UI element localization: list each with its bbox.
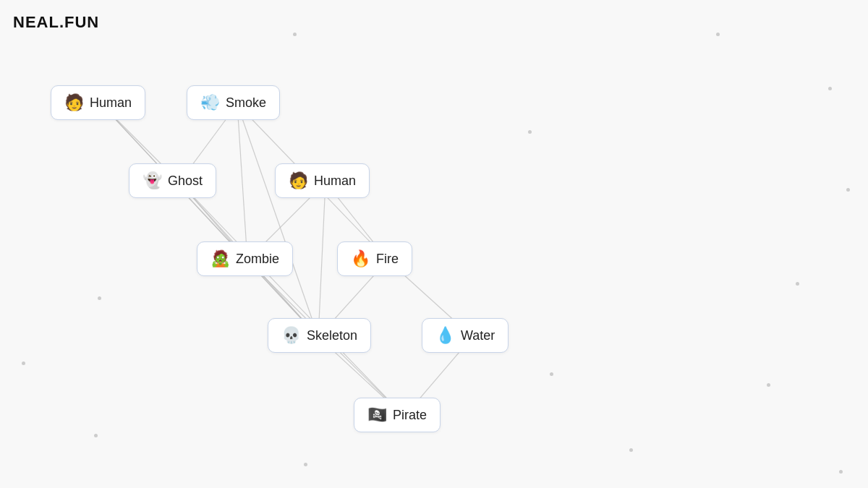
decorative-dot	[839, 470, 843, 474]
decorative-dot	[828, 87, 832, 90]
emoji-skeleton: 💀	[281, 326, 301, 345]
card-zombie[interactable]: 🧟Zombie	[197, 241, 293, 276]
emoji-zombie: 🧟	[210, 249, 230, 268]
decorative-dot	[304, 463, 307, 466]
emoji-human1: 🧑	[64, 93, 84, 112]
label-zombie: Zombie	[236, 252, 279, 267]
label-skeleton: Skeleton	[307, 328, 357, 343]
svg-line-11	[318, 182, 326, 337]
card-smoke[interactable]: 💨Smoke	[187, 85, 280, 120]
label-ghost: Ghost	[168, 174, 203, 189]
card-human2[interactable]: 🧑Human	[275, 163, 370, 198]
svg-line-5	[237, 104, 318, 337]
decorative-dot	[550, 372, 553, 376]
decorative-dot	[716, 33, 720, 36]
card-fire[interactable]: 🔥Fire	[337, 241, 412, 276]
emoji-pirate: 🏴‍☠️	[367, 406, 387, 424]
decorative-dot	[796, 282, 799, 286]
decorative-dot	[94, 434, 98, 437]
emoji-water: 💧	[435, 326, 455, 345]
decorative-dot	[846, 188, 850, 192]
emoji-smoke: 💨	[200, 93, 220, 112]
decorative-dot	[629, 448, 633, 452]
label-fire: Fire	[376, 252, 399, 267]
svg-line-9	[179, 182, 404, 416]
svg-line-2	[101, 104, 318, 337]
emoji-ghost: 👻	[142, 171, 162, 190]
label-human1: Human	[90, 95, 132, 111]
emoji-human2: 🧑	[289, 171, 308, 190]
card-ghost[interactable]: 👻Ghost	[129, 163, 216, 198]
decorative-dot	[293, 33, 297, 36]
label-human2: Human	[314, 174, 356, 189]
decorative-dot	[98, 296, 101, 300]
card-pirate[interactable]: 🏴‍☠️Pirate	[354, 398, 441, 432]
svg-line-4	[237, 104, 247, 260]
label-smoke: Smoke	[226, 95, 266, 111]
card-human1[interactable]: 🧑Human	[51, 85, 145, 120]
card-water[interactable]: 💧Water	[422, 318, 509, 353]
emoji-fire: 🔥	[351, 249, 370, 268]
decorative-dot	[22, 361, 25, 365]
decorative-dot	[528, 130, 532, 134]
card-skeleton[interactable]: 💀Skeleton	[268, 318, 371, 353]
label-pirate: Pirate	[393, 408, 427, 423]
decorative-dot	[767, 383, 770, 387]
label-water: Water	[461, 328, 495, 343]
logo: NEAL.FUN	[13, 13, 99, 32]
